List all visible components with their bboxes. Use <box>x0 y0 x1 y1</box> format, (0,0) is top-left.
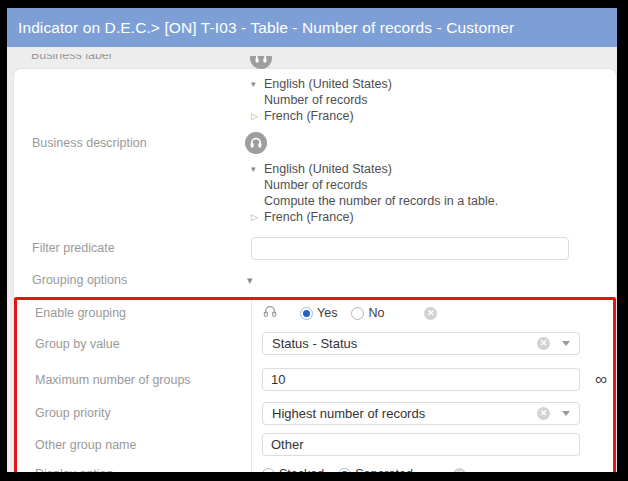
dropdown-caret-icon[interactable] <box>562 341 570 346</box>
business-label-row: ▾ English (United States) Number of reco… <box>14 76 616 124</box>
group-by-value-row: Group by value Status - Status ✕ <box>17 326 613 361</box>
tree-item[interactable]: ▾ English (United States) <box>251 161 616 177</box>
max-groups-input[interactable] <box>262 368 580 391</box>
grouping-options-row[interactable]: Grouping options ▾ <box>14 272 616 288</box>
tree-item[interactable]: Number of records <box>251 92 616 108</box>
dialog-body: Business label ▾ English (United States) <box>7 47 617 472</box>
headset-icon <box>245 132 616 158</box>
radio-separated[interactable]: Separated <box>338 467 413 472</box>
business-description-row: Business description ▾ English <box>14 132 616 225</box>
chevron-right-icon[interactable]: ▷ <box>251 209 264 225</box>
max-groups-row: Maximum number of groups ∞ <box>17 361 613 398</box>
clear-icon[interactable]: ✕ <box>453 468 466 473</box>
field-label: Group by value <box>17 337 251 351</box>
enable-grouping-row: Enable grouping Yes <box>17 300 613 326</box>
clear-icon[interactable]: ✕ <box>537 337 550 350</box>
other-group-name-row: Other group name <box>17 428 613 461</box>
business-label-translations: ▾ English (United States) Number of reco… <box>251 76 616 124</box>
infinity-icon[interactable]: ∞ <box>595 371 607 388</box>
group-priority-select[interactable]: Highest number of records ✕ <box>262 402 580 425</box>
tree-item[interactable]: ▷ French (France) <box>251 108 616 124</box>
field-label: Maximum number of groups <box>17 373 251 387</box>
field-label: Other group name <box>17 438 251 452</box>
tree-item[interactable]: ▾ English (United States) <box>251 76 616 92</box>
radio-no[interactable]: No <box>351 306 384 320</box>
radio-stacked[interactable]: Stacked <box>262 467 324 472</box>
business-label-clipped: Business label <box>31 54 112 62</box>
tree-item[interactable]: Compute the number of records in a table… <box>251 193 616 209</box>
section-label: Grouping options <box>14 273 251 287</box>
group-by-value-select[interactable]: Status - Status ✕ <box>262 332 580 355</box>
clear-icon[interactable]: ✕ <box>537 407 550 420</box>
headset-icon <box>262 304 278 323</box>
field-label: Group priority <box>17 406 251 420</box>
radio-yes[interactable]: Yes <box>300 306 337 320</box>
display-option-row: Display option Stacked Separated ✕ <box>17 461 613 472</box>
business-description-translations: ▾ English (United States) Number of reco… <box>251 132 616 225</box>
dropdown-caret-icon[interactable] <box>562 411 570 416</box>
field-label: Filter predicate <box>14 241 251 255</box>
chevron-right-icon[interactable]: ▷ <box>251 108 264 124</box>
dialog-window: Indicator on D.E.C.> [ON] T-I03 - Table … <box>7 8 617 472</box>
form-panel: ▾ English (United States) Number of reco… <box>13 68 617 472</box>
filter-predicate-input[interactable] <box>251 237 569 260</box>
filter-predicate-row: Filter predicate <box>14 236 616 260</box>
field-label: Enable grouping <box>17 306 251 320</box>
headset-icon <box>250 56 272 71</box>
field-label: Display option <box>17 467 251 472</box>
chevron-down-icon[interactable]: ▾ <box>251 76 264 92</box>
chevron-down-icon[interactable]: ▾ <box>251 161 264 177</box>
group-priority-row: Group priority Highest number of records… <box>17 398 613 428</box>
dialog-title: Indicator on D.E.C.> [ON] T-I03 - Table … <box>7 8 617 47</box>
tree-item[interactable]: ▷ French (France) <box>251 209 616 225</box>
field-label: Business description <box>14 132 251 225</box>
chevron-down-icon[interactable]: ▾ <box>247 274 253 287</box>
clear-icon[interactable]: ✕ <box>424 307 437 320</box>
grouping-highlight-box: Enable grouping Yes <box>14 297 616 472</box>
other-group-name-input[interactable] <box>262 433 580 456</box>
tree-item[interactable]: Number of records <box>251 177 616 193</box>
